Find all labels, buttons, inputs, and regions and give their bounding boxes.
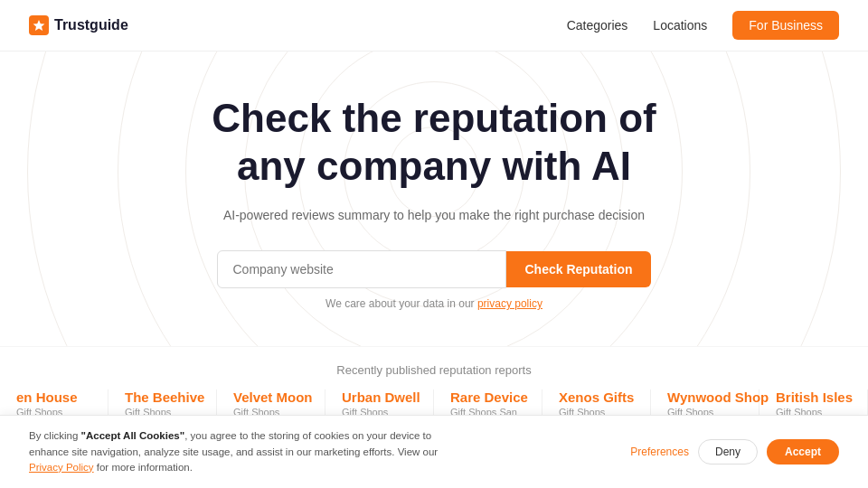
cookie-accept-button[interactable]: Accept: [767, 439, 839, 465]
nav-locations[interactable]: Locations: [653, 18, 707, 33]
report-name: Urban Dwell: [342, 389, 417, 405]
hero-subtitle: AI-powered reviews summary to help you m…: [18, 205, 850, 225]
report-name: Xenos Gifts: [559, 389, 634, 405]
logo-text: Trustguide: [54, 17, 128, 33]
nav: Categories Locations For Business: [567, 11, 839, 40]
for-business-button[interactable]: For Business: [732, 11, 839, 40]
nav-categories[interactable]: Categories: [567, 18, 628, 33]
report-name: Rare Device: [450, 389, 525, 405]
recent-title: Recently published reputation reports: [0, 363, 868, 377]
logo-icon: [29, 15, 49, 35]
privacy-note: We care about your data in our privacy p…: [18, 297, 850, 310]
report-name: en House: [16, 389, 91, 405]
search-row: Check Reputation: [18, 250, 850, 288]
privacy-policy-link-cookie[interactable]: Privacy Policy: [29, 462, 94, 473]
hero-section: Check the reputation of any company with…: [0, 52, 868, 346]
cookie-deny-button[interactable]: Deny: [698, 439, 758, 465]
check-reputation-button[interactable]: Check Reputation: [506, 251, 650, 287]
cookie-banner: By clicking "Accept All Cookies", you ag…: [0, 415, 868, 488]
svg-marker-0: [33, 20, 45, 31]
report-name: British Isles: [776, 389, 851, 405]
cookie-actions: Preferences Deny Accept: [630, 439, 839, 465]
cookie-text: By clicking "Accept All Cookies", you ag…: [29, 428, 463, 475]
report-name: Velvet Moon: [233, 389, 308, 405]
hero-content: Check the reputation of any company with…: [18, 95, 850, 310]
search-input[interactable]: [217, 250, 506, 288]
header: Trustguide Categories Locations For Busi…: [0, 0, 868, 52]
hero-title: Check the reputation of any company with…: [18, 95, 850, 191]
report-name: The Beehive: [125, 389, 200, 405]
cookie-preferences-link[interactable]: Preferences: [630, 446, 689, 458]
logo[interactable]: Trustguide: [29, 15, 128, 35]
report-name: Wynwood Shop: [667, 389, 742, 405]
privacy-policy-link[interactable]: privacy policy: [477, 297, 542, 310]
